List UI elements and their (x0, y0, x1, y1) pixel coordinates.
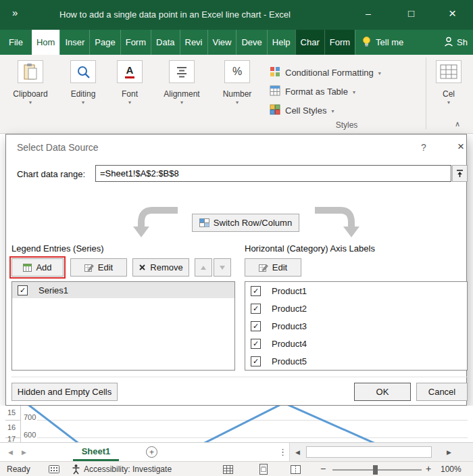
ribbon-group-cells[interactable]: Cel ▾ (428, 60, 469, 105)
series-label: Series1 (39, 285, 68, 295)
cancel-label: Cancel (428, 387, 455, 397)
scroll-left-icon[interactable]: ◀ (295, 449, 300, 456)
zoom-slider-thumb[interactable] (373, 465, 378, 475)
group-label-font: Font (122, 89, 138, 99)
pencil-icon (84, 263, 94, 272)
normal-view-icon[interactable] (223, 465, 233, 476)
ribbon-group-number[interactable]: % Number ▾ (215, 60, 259, 105)
tell-me-box[interactable]: Tell me (355, 30, 409, 55)
share-label: Sh (457, 37, 468, 47)
add-button[interactable]: Add (11, 258, 64, 277)
tab-help[interactable]: Help (267, 30, 295, 55)
new-sheet-button[interactable]: + (146, 446, 157, 458)
edit-series-button[interactable]: Edit (70, 258, 127, 277)
tab-data[interactable]: Data (151, 30, 179, 55)
macro-record-icon[interactable] (49, 465, 59, 475)
move-up-button[interactable] (195, 258, 212, 277)
accessibility-status[interactable]: Accessibility: Investigate (84, 465, 172, 474)
footer-divider (11, 377, 468, 377)
legend-entries-list: ✓ Series1 (11, 281, 235, 371)
collapse-dialog-button[interactable] (452, 165, 468, 182)
chevron-down-icon: ▾ (447, 99, 450, 105)
zoom-in-button[interactable]: + (426, 463, 431, 474)
sheet-nav-right-icon[interactable]: ▶ (22, 449, 26, 456)
collapse-ribbon-button[interactable]: ∧ (455, 120, 460, 128)
format-as-table-button[interactable]: Format as Table ▾ (270, 82, 381, 101)
axis-labels-list: ✓ Product1 ✓ Product2 ✓ Product3 ✓ Produ… (245, 281, 468, 371)
styles-group-label: Styles (270, 120, 424, 130)
page-break-view-icon[interactable] (291, 465, 301, 476)
checkbox-series1[interactable]: ✓ (18, 285, 28, 295)
tab-page-layout[interactable]: Page (89, 30, 120, 55)
legend-entries-label: Legend Entries (Series) (11, 243, 104, 254)
list-item-product1[interactable]: ✓ Product1 (245, 282, 467, 300)
remove-x-icon (139, 264, 146, 271)
checkbox-product2[interactable]: ✓ (251, 304, 261, 314)
dialog-close-icon[interactable]: × (457, 140, 464, 153)
move-down-button[interactable] (214, 258, 231, 277)
edit-series-label: Edit (98, 262, 113, 272)
format-as-table-icon (270, 85, 280, 98)
minimize-button[interactable]: – (366, 9, 371, 18)
switch-row-column-label: Switch Row/Column (214, 218, 292, 228)
chevron-down-icon: ▾ (128, 99, 131, 105)
edit-axis-button[interactable]: Edit (245, 258, 301, 277)
quick-access-toolbar-icon[interactable]: » (12, 7, 18, 18)
curved-arrow-left-icon (128, 202, 179, 240)
conditional-formatting-button[interactable]: Conditional Formatting ▾ (270, 63, 381, 82)
close-button[interactable]: × (449, 7, 456, 20)
horizontal-scrollbar: ◀ ▶ (289, 443, 473, 462)
checkbox-product3[interactable]: ✓ (251, 321, 261, 331)
tab-review[interactable]: Revi (180, 30, 207, 55)
chevron-down-icon: ▾ (180, 99, 183, 105)
list-item-series1[interactable]: ✓ Series1 (12, 282, 234, 298)
zoom-out-button[interactable]: − (320, 463, 326, 474)
checkbox-product1[interactable]: ✓ (251, 286, 261, 296)
switch-row-column-button[interactable]: Switch Row/Column (192, 214, 299, 232)
list-item-product2[interactable]: ✓ Product2 (245, 300, 467, 317)
ok-label: OK (376, 387, 389, 397)
cancel-button[interactable]: Cancel (416, 383, 468, 401)
category-label: Product5 (272, 356, 307, 366)
tab-file[interactable]: File (0, 30, 32, 55)
conditional-formatting-icon (270, 66, 280, 79)
hidden-and-empty-cells-button[interactable]: Hidden and Empty Cells (11, 383, 118, 401)
chart-data-range-input[interactable] (95, 165, 451, 182)
checkbox-product4[interactable]: ✓ (251, 339, 261, 349)
ribbon-group-styles: Conditional Formatting ▾ Format as Table… (270, 63, 381, 120)
ok-button[interactable]: OK (354, 383, 411, 401)
tab-formulas[interactable]: Form (120, 30, 151, 55)
maximize-button[interactable]: □ (408, 8, 414, 18)
sheet-nav-left-icon[interactable]: ◀ (8, 449, 13, 456)
ribbon-group-alignment[interactable]: Alignment ▾ (159, 60, 204, 105)
tab-chart-design[interactable]: Char (295, 30, 324, 55)
list-item-product3[interactable]: ✓ Product3 (245, 317, 467, 335)
help-icon[interactable]: ? (421, 142, 426, 153)
scroll-right-icon[interactable]: ▶ (447, 449, 451, 456)
curved-arrow-right-icon (314, 202, 365, 240)
hidden-cells-label: Hidden and Empty Cells (18, 387, 111, 397)
list-item-product5[interactable]: ✓ Product5 (245, 352, 467, 370)
tab-insert[interactable]: Inser (59, 30, 89, 55)
more-options-icon[interactable]: ⋮ (278, 447, 287, 457)
tab-chart-format[interactable]: Form (324, 30, 355, 55)
share-button[interactable]: Sh (439, 30, 473, 55)
category-label: Product4 (272, 339, 307, 349)
tab-developer[interactable]: Deve (236, 30, 266, 55)
sheet-tab-sheet1[interactable]: Sheet1 (73, 443, 119, 461)
zoom-level[interactable]: 100% (441, 465, 462, 474)
list-item-product4[interactable]: ✓ Product4 (245, 335, 467, 352)
checkbox-product5[interactable]: ✓ (251, 356, 261, 366)
scrollbar-thumb[interactable] (306, 446, 432, 458)
remove-button[interactable]: Remove (132, 258, 189, 277)
add-table-icon (23, 264, 32, 272)
ribbon-group-clipboard[interactable]: Clipboard ▾ (8, 60, 53, 105)
tab-home[interactable]: Hom (32, 30, 59, 55)
page-layout-view-icon[interactable] (258, 464, 269, 476)
cell-styles-button[interactable]: Cell Styles ▾ (270, 101, 381, 120)
percent-icon: % (224, 60, 250, 83)
group-label-editing: Editing (71, 89, 96, 99)
ribbon-group-font[interactable]: A Font ▾ (107, 60, 152, 105)
ribbon-group-editing[interactable]: Editing ▾ (61, 60, 105, 105)
tab-view[interactable]: View (207, 30, 236, 55)
